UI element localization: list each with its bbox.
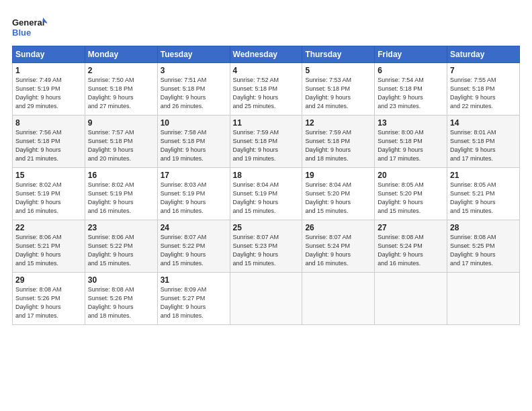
day-number: 8 <box>15 118 82 128</box>
calendar-week-5: 29Sunrise: 8:08 AMSunset: 5:26 PMDayligh… <box>13 273 520 325</box>
day-info: Sunrise: 8:08 AMSunset: 5:24 PMDaylight:… <box>378 233 444 268</box>
logo: General Blue <box>12 15 47 40</box>
day-number: 20 <box>378 171 444 180</box>
day-number: 7 <box>450 66 517 75</box>
calendar-week-3: 15Sunrise: 8:02 AMSunset: 5:19 PMDayligh… <box>13 168 520 220</box>
calendar-cell: 3Sunrise: 7:51 AMSunset: 5:18 PMDaylight… <box>157 63 230 116</box>
calendar-week-1: 1Sunrise: 7:49 AMSunset: 5:19 PMDaylight… <box>13 63 520 116</box>
calendar-cell: 14Sunrise: 8:01 AMSunset: 5:18 PMDayligh… <box>447 116 520 168</box>
calendar-cell <box>230 273 302 325</box>
calendar-cell: 1Sunrise: 7:49 AMSunset: 5:19 PMDaylight… <box>13 63 85 116</box>
day-info: Sunrise: 7:58 AMSunset: 5:18 PMDaylight:… <box>161 128 227 163</box>
day-info: Sunrise: 8:02 AMSunset: 5:19 PMDaylight:… <box>88 181 154 216</box>
calendar-cell: 18Sunrise: 8:04 AMSunset: 5:19 PMDayligh… <box>230 168 302 220</box>
calendar-cell <box>375 273 447 325</box>
day-number: 17 <box>161 171 227 180</box>
calendar-cell: 2Sunrise: 7:50 AMSunset: 5:18 PMDaylight… <box>85 63 157 116</box>
calendar-cell: 20Sunrise: 8:05 AMSunset: 5:20 PMDayligh… <box>375 168 447 220</box>
calendar-cell <box>447 273 520 325</box>
day-info: Sunrise: 7:59 AMSunset: 5:18 PMDaylight:… <box>305 128 371 163</box>
calendar-cell: 9Sunrise: 7:57 AMSunset: 5:18 PMDaylight… <box>85 116 157 168</box>
calendar-cell: 27Sunrise: 8:08 AMSunset: 5:24 PMDayligh… <box>375 220 447 273</box>
header-row: SundayMondayTuesdayWednesdayThursdayFrid… <box>13 46 520 63</box>
weekday-header-friday: Friday <box>375 46 447 63</box>
day-number: 23 <box>88 223 154 232</box>
header: General Blue <box>12 12 520 40</box>
calendar-week-2: 8Sunrise: 7:56 AMSunset: 5:18 PMDaylight… <box>13 116 520 168</box>
day-number: 6 <box>378 66 444 75</box>
day-info: Sunrise: 8:06 AMSunset: 5:22 PMDaylight:… <box>88 233 154 268</box>
calendar-cell: 13Sunrise: 8:00 AMSunset: 5:18 PMDayligh… <box>375 116 447 168</box>
day-info: Sunrise: 8:08 AMSunset: 5:26 PMDaylight:… <box>15 285 82 320</box>
day-number: 25 <box>233 223 300 232</box>
day-number: 27 <box>378 223 444 232</box>
weekday-header-thursday: Thursday <box>302 46 375 63</box>
weekday-header-tuesday: Tuesday <box>157 46 230 63</box>
day-info: Sunrise: 7:53 AMSunset: 5:18 PMDaylight:… <box>305 76 371 111</box>
day-info: Sunrise: 7:50 AMSunset: 5:18 PMDaylight:… <box>88 76 154 111</box>
weekday-header-sunday: Sunday <box>13 46 85 63</box>
day-number: 26 <box>305 223 371 232</box>
day-info: Sunrise: 7:57 AMSunset: 5:18 PMDaylight:… <box>88 128 154 163</box>
calendar-cell <box>302 273 375 325</box>
day-info: Sunrise: 8:02 AMSunset: 5:19 PMDaylight:… <box>15 181 82 216</box>
calendar-cell: 31Sunrise: 8:09 AMSunset: 5:27 PMDayligh… <box>157 273 230 325</box>
weekday-header-wednesday: Wednesday <box>230 46 302 63</box>
day-number: 5 <box>305 66 371 75</box>
day-number: 11 <box>233 118 300 128</box>
day-info: Sunrise: 8:04 AMSunset: 5:20 PMDaylight:… <box>305 181 371 216</box>
day-info: Sunrise: 8:06 AMSunset: 5:21 PMDaylight:… <box>15 233 82 268</box>
day-number: 21 <box>450 171 517 180</box>
calendar-cell: 23Sunrise: 8:06 AMSunset: 5:22 PMDayligh… <box>85 220 157 273</box>
day-number: 3 <box>161 66 227 75</box>
weekday-header-monday: Monday <box>85 46 157 63</box>
day-number: 18 <box>233 171 300 180</box>
day-number: 14 <box>450 118 517 128</box>
calendar-cell: 15Sunrise: 8:02 AMSunset: 5:19 PMDayligh… <box>13 168 85 220</box>
calendar-cell: 11Sunrise: 7:59 AMSunset: 5:18 PMDayligh… <box>230 116 302 168</box>
day-number: 19 <box>305 171 371 180</box>
calendar-cell: 21Sunrise: 8:05 AMSunset: 5:21 PMDayligh… <box>447 168 520 220</box>
day-number: 9 <box>88 118 154 128</box>
day-info: Sunrise: 7:56 AMSunset: 5:18 PMDaylight:… <box>15 128 82 163</box>
day-number: 15 <box>15 171 82 180</box>
day-info: Sunrise: 8:07 AMSunset: 5:22 PMDaylight:… <box>161 233 227 268</box>
svg-text:Blue: Blue <box>12 28 31 38</box>
day-number: 24 <box>161 223 227 232</box>
day-info: Sunrise: 8:08 AMSunset: 5:26 PMDaylight:… <box>88 285 154 320</box>
day-number: 12 <box>305 118 371 128</box>
day-info: Sunrise: 8:05 AMSunset: 5:20 PMDaylight:… <box>378 181 444 216</box>
day-info: Sunrise: 8:08 AMSunset: 5:25 PMDaylight:… <box>450 233 517 268</box>
day-number: 31 <box>161 275 227 285</box>
day-info: Sunrise: 7:55 AMSunset: 5:18 PMDaylight:… <box>450 76 517 111</box>
calendar-cell: 12Sunrise: 7:59 AMSunset: 5:18 PMDayligh… <box>302 116 375 168</box>
calendar-cell: 25Sunrise: 8:07 AMSunset: 5:23 PMDayligh… <box>230 220 302 273</box>
day-number: 2 <box>88 66 154 75</box>
calendar-cell: 7Sunrise: 7:55 AMSunset: 5:18 PMDaylight… <box>447 63 520 116</box>
calendar-cell: 17Sunrise: 8:03 AMSunset: 5:19 PMDayligh… <box>157 168 230 220</box>
day-info: Sunrise: 8:03 AMSunset: 5:19 PMDaylight:… <box>161 181 227 216</box>
day-info: Sunrise: 8:07 AMSunset: 5:23 PMDaylight:… <box>233 233 300 268</box>
calendar-cell: 4Sunrise: 7:52 AMSunset: 5:18 PMDaylight… <box>230 63 302 116</box>
svg-text:General: General <box>12 17 44 28</box>
calendar-cell: 5Sunrise: 7:53 AMSunset: 5:18 PMDaylight… <box>302 63 375 116</box>
day-info: Sunrise: 7:59 AMSunset: 5:18 PMDaylight:… <box>233 128 300 163</box>
day-info: Sunrise: 8:09 AMSunset: 5:27 PMDaylight:… <box>161 285 227 320</box>
calendar-table: SundayMondayTuesdayWednesdayThursdayFrid… <box>12 46 520 325</box>
day-number: 4 <box>233 66 300 75</box>
day-info: Sunrise: 8:04 AMSunset: 5:19 PMDaylight:… <box>233 181 300 216</box>
day-number: 30 <box>88 275 154 285</box>
day-info: Sunrise: 7:51 AMSunset: 5:18 PMDaylight:… <box>161 76 227 111</box>
day-info: Sunrise: 8:00 AMSunset: 5:18 PMDaylight:… <box>378 128 444 163</box>
day-info: Sunrise: 7:54 AMSunset: 5:18 PMDaylight:… <box>378 76 444 111</box>
calendar-cell: 24Sunrise: 8:07 AMSunset: 5:22 PMDayligh… <box>157 220 230 273</box>
calendar-week-4: 22Sunrise: 8:06 AMSunset: 5:21 PMDayligh… <box>13 220 520 273</box>
calendar-cell: 29Sunrise: 8:08 AMSunset: 5:26 PMDayligh… <box>13 273 85 325</box>
calendar-cell: 26Sunrise: 8:07 AMSunset: 5:24 PMDayligh… <box>302 220 375 273</box>
calendar-cell: 22Sunrise: 8:06 AMSunset: 5:21 PMDayligh… <box>13 220 85 273</box>
page: General Blue SundayMondayTuesdayWednesda… <box>0 0 532 332</box>
calendar-cell: 10Sunrise: 7:58 AMSunset: 5:18 PMDayligh… <box>157 116 230 168</box>
calendar-cell: 16Sunrise: 8:02 AMSunset: 5:19 PMDayligh… <box>85 168 157 220</box>
day-number: 16 <box>88 171 154 180</box>
day-number: 29 <box>15 275 82 285</box>
